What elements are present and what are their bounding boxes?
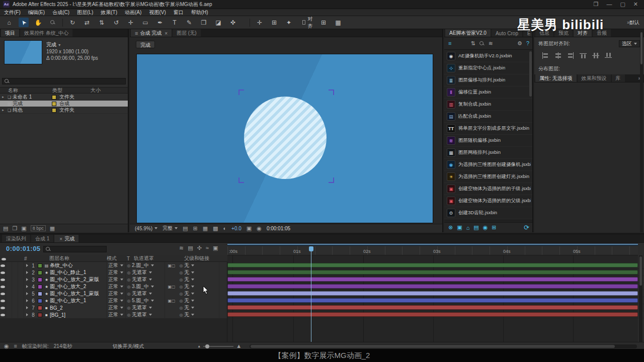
timeline-search-input[interactable] xyxy=(43,246,107,252)
track-matte-dropdown[interactable]: 3.圆_中 xyxy=(132,283,165,290)
track-matte-dropdown[interactable]: 无遮罩 xyxy=(132,304,165,311)
current-timecode[interactable]: 0:00:01:05 xyxy=(6,245,41,252)
script-item[interactable]: ‖ 偏移位置.jsxbin xyxy=(444,86,533,99)
matte-pickwhip-icon[interactable]: ◎ xyxy=(126,283,132,290)
axis-local-icon[interactable]: ✛ xyxy=(255,18,265,27)
tab-libraries[interactable]: 库 xyxy=(612,74,625,82)
audio-toggle[interactable] xyxy=(6,262,12,269)
orbit-tool-icon[interactable]: ↻ xyxy=(67,18,77,27)
layer-duration-bar[interactable] xyxy=(227,312,638,317)
matte-pickwhip-icon[interactable]: ◎ xyxy=(126,290,132,297)
parent-pickwhip-icon[interactable]: ◎ xyxy=(178,269,184,276)
toggle-switches-modes-button[interactable]: 切换开关/模式 xyxy=(113,343,144,349)
timeline-layer-row[interactable]: 6 ★ 圆_中心_放大_1 正常 ◎ 5.圆_中 ▣▢ ◎ 无 xyxy=(0,297,644,304)
layer-label-swatch[interactable] xyxy=(38,263,42,268)
menu-item[interactable]: 动画(A) xyxy=(125,9,141,16)
layer-name[interactable]: 圆_中心_放大_1_蒙版 xyxy=(50,290,107,297)
grid-icon[interactable]: ⊞ xyxy=(193,226,197,231)
minimize-button[interactable]: — xyxy=(606,2,612,7)
interpret-footage-icon[interactable]: ▤ xyxy=(3,226,8,231)
blend-mode-dropdown[interactable]: 正常 xyxy=(107,276,126,283)
script-item[interactable]: ▤ 匹配合成.jsxbin xyxy=(444,111,533,123)
axis-world-icon[interactable]: ⊞ xyxy=(269,18,279,27)
sort-icon[interactable]: ⇅ xyxy=(470,41,475,46)
comp-thumbnail[interactable] xyxy=(4,40,42,64)
column-parent[interactable]: 父级和链接 xyxy=(184,255,209,262)
matte-pickwhip-icon[interactable]: ◎ xyxy=(126,297,132,304)
scripts-user-icon[interactable]: ◉ xyxy=(483,224,488,231)
timeline-layer-row[interactable]: 1 ▤ 条纹_中心 正常 ◎ 2.圆_中 ▣▢ ◎ 无 xyxy=(0,262,644,269)
tab-effect-controls[interactable]: 效果控件 条纹_中心 xyxy=(20,29,72,37)
scripts-home-icon[interactable]: ⌂ xyxy=(466,225,470,231)
layer-name[interactable]: 圆_中心_静止_1 xyxy=(50,269,107,276)
parent-pickwhip-icon[interactable]: ◎ xyxy=(178,262,184,269)
audio-toggle[interactable] xyxy=(6,283,12,290)
parent-dropdown[interactable]: 无 xyxy=(184,276,219,283)
zoom-level-dropdown[interactable]: (45.9%) xyxy=(135,226,157,231)
snapshot-icon[interactable]: ▣ xyxy=(247,226,252,231)
matte-link-icon[interactable]: ▣▢ xyxy=(168,263,175,268)
solo-toggle[interactable] xyxy=(12,276,18,283)
layer-duration-bar[interactable] xyxy=(227,298,638,303)
eye-icon[interactable] xyxy=(1,286,5,288)
align-to-dropdown[interactable]: 选区 xyxy=(619,40,640,47)
close-tab-icon[interactable]: × xyxy=(59,236,62,242)
align-top-icon[interactable] xyxy=(579,52,587,59)
twirl-icon[interactable] xyxy=(26,292,28,295)
layer-label-swatch[interactable] xyxy=(38,306,42,310)
workspace-default[interactable]: 默认 xyxy=(629,19,639,26)
blend-mode-dropdown[interactable]: 正常 xyxy=(107,304,126,311)
column-track-matte[interactable]: 轨道遮罩 xyxy=(134,255,184,262)
clone-stamp-tool-icon[interactable]: ❐ xyxy=(199,18,209,27)
column-size[interactable]: 大小 xyxy=(91,87,101,94)
selection-corner[interactable] xyxy=(238,177,244,183)
scripts-close-icon[interactable]: ⊗ xyxy=(448,224,453,231)
layer-duration-bar[interactable] xyxy=(227,305,638,310)
layer-name[interactable]: [BG_1] xyxy=(50,311,107,318)
help-icon[interactable]: ? xyxy=(526,41,529,46)
menu-item[interactable]: 窗口 xyxy=(174,9,184,16)
playhead[interactable] xyxy=(311,246,311,342)
rotate-tool-icon[interactable]: ↺ xyxy=(111,18,121,27)
scripts-box-icon[interactable]: ▣ xyxy=(457,224,462,231)
twirl-icon[interactable] xyxy=(26,278,28,281)
tab-comp-1[interactable]: 合成 1 xyxy=(31,235,53,242)
selection-tool-icon[interactable]: ➤ xyxy=(19,18,29,27)
comp-name[interactable]: 完成 xyxy=(46,42,56,47)
layer-duration-bar[interactable] xyxy=(227,291,638,296)
blend-mode-dropdown[interactable]: 正常 xyxy=(107,297,126,304)
shape-tool-icon[interactable]: ▭ xyxy=(140,18,150,27)
twirl-icon[interactable] xyxy=(26,299,28,302)
lock-toggle[interactable] xyxy=(18,311,24,318)
project-search-input[interactable] xyxy=(2,78,126,84)
align-left-icon[interactable] xyxy=(541,52,549,59)
toolbar-overflow-icon[interactable]: » xyxy=(627,19,630,25)
time-ruler[interactable]: :00s01s02s03s04s05s xyxy=(227,246,638,255)
layer-label-swatch[interactable] xyxy=(38,270,42,275)
script-item[interactable]: ▥ 复制合成.jsxbin xyxy=(444,99,533,111)
scripts-list-icon[interactable]: ▤ xyxy=(473,224,478,231)
solo-toggle[interactable] xyxy=(12,311,18,318)
script-item[interactable]: ≣ 图层偏移与排列.jsxbin xyxy=(444,74,533,86)
twirl-icon[interactable] xyxy=(26,264,28,267)
menu-item[interactable]: 帮助(H) xyxy=(191,9,208,16)
track-matte-dropdown[interactable]: 2.圆_中 xyxy=(132,262,165,269)
selection-corner[interactable] xyxy=(329,89,334,95)
menu-item[interactable]: 效果(T) xyxy=(101,9,117,16)
audio-toggle[interactable] xyxy=(6,304,12,311)
zoom-tool-icon[interactable] xyxy=(48,18,58,27)
column-layer-name[interactable]: 图层名称 xyxy=(36,255,107,262)
twirl-icon[interactable]: ▸ xyxy=(0,108,6,112)
solo-toggle[interactable] xyxy=(12,304,18,311)
brush-tool-icon[interactable]: ✎ xyxy=(184,18,194,27)
frame-blend-icon[interactable]: ▣ xyxy=(213,245,218,251)
tab-comp-done[interactable]: × 完成 xyxy=(54,235,78,242)
twirl-icon[interactable] xyxy=(26,285,28,288)
layout-icon[interactable]: ❐ xyxy=(594,2,599,7)
script-list-icon[interactable]: ≡ xyxy=(448,41,451,46)
script-item[interactable]: ▣ 创建空物体为选择的层的子级.jsxbin xyxy=(444,183,533,195)
blend-mode-dropdown[interactable]: 正常 xyxy=(107,269,126,276)
layer-name[interactable]: 圆_中心_放大_2_蒙版 xyxy=(50,276,107,283)
tab-project[interactable]: 项目 xyxy=(1,29,19,37)
wave-list-icon[interactable]: ≋ xyxy=(489,41,493,46)
